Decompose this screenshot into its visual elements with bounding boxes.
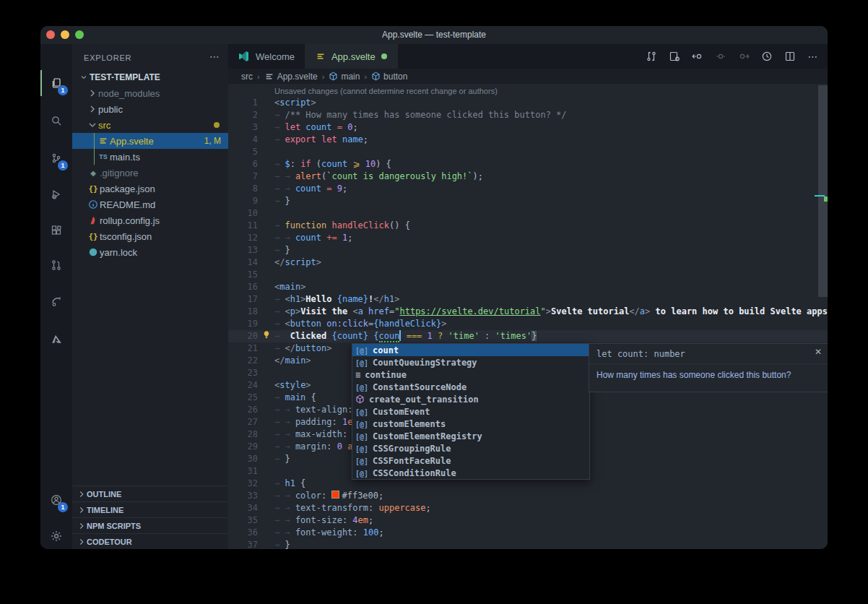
suggest-item-constantsourcenode[interactable]: [@] ConstantSourceNode [352,381,589,393]
breadcrumb-label: button [383,72,407,82]
suggest-item-customevent[interactable]: [@] CustomEvent [352,405,589,418]
code-line-20[interactable]: 20→ Clicked {count} {coun === 1 ? 'time'… [228,330,828,342]
suggest-item-continue[interactable]: ≡ continue [352,368,589,381]
breadcrumb-item-app-svelte[interactable]: App.svelte [264,72,318,82]
breadcrumb-item-main[interactable]: main [329,72,360,82]
code-line-33[interactable]: 33→→color: #ff3e00; [228,490,828,502]
code-line-5[interactable]: 5 [228,146,828,158]
tab-welcome[interactable]: Welcome [228,44,305,69]
code-line-6[interactable]: 6→$: if (count ⩾ 10) { [228,158,828,171]
activity-bar-settings-gear[interactable] [40,522,72,549]
suggest-item-customelements[interactable]: [@] customElements [352,418,589,430]
sidebar-panel-outline[interactable]: OUTLINE [72,486,228,501]
open-changes-icon[interactable] [666,48,683,65]
suggest-item-cssgroupingrule[interactable]: [@] CSSGroupingRule [352,442,589,454]
gitlens-compare-icon[interactable] [643,48,660,65]
code-line-37[interactable]: 37→} [228,539,828,549]
color-swatch[interactable] [331,491,339,499]
code-line-4[interactable]: 4→export let name; [228,134,828,146]
line-number: 33 [228,490,258,502]
split-editor-icon[interactable] [781,48,799,65]
tree-item--gitignore[interactable]: ◆.gitignore [72,165,228,181]
next-change-icon[interactable] [735,48,752,65]
breadcrumb-item-button[interactable]: button [371,72,407,82]
tree-item-app-svelte[interactable]: App.svelte1, M [72,133,228,149]
suggest-item-cssfontfacerule[interactable]: [@] CSSFontFaceRule [352,454,589,467]
suggest-item-customelementregistry[interactable]: [@] CustomElementRegistry [352,430,589,442]
current-change-icon[interactable] [712,48,729,65]
line-number: 37 [228,539,258,549]
code-line-13[interactable]: 13→} [228,244,828,256]
breadcrumb-separator: › [322,72,325,81]
chevron-right-icon [77,520,87,532]
tree-item-src[interactable]: src [72,117,228,133]
code-line-19[interactable]: 19→<button on:click={handleClick}> [228,318,828,330]
suggest-item-count[interactable]: [@] count [352,344,589,356]
tree-item-label: README.md [100,199,155,210]
tree-item-yarn-lock[interactable]: yarn.lock [72,244,228,260]
code-line-36[interactable]: 36→→font-weight: 100; [228,527,828,539]
project-root-row[interactable]: TEST-TEMPLATE [72,69,228,85]
activity-bar-run-debug[interactable] [40,180,72,209]
code-line-17[interactable]: 17→<h1>Hello {name}!</h1> [228,293,828,306]
code-line-1[interactable]: 1<script> [228,97,828,109]
tree-item-main-ts[interactable]: TSmain.ts [72,149,228,165]
editor-scrollbar[interactable] [818,85,828,297]
code-line-34[interactable]: 34→→text-transform: uppercase; [228,502,828,514]
line-content: →} [274,453,290,465]
more-actions-icon[interactable]: ⋯ [804,48,822,65]
tree-item-rollup-config-js[interactable]: rollup.config.js [72,212,228,228]
code-line-35[interactable]: 35→→font-size: 4em; [228,514,828,527]
code-line-7[interactable]: 7→→alert(`count is dangerously high!`); [228,171,828,183]
activity-bar-azure[interactable] [40,324,72,353]
line-number: 27 [228,416,258,428]
sidebar-panel-npm-scripts[interactable]: NPM SCRIPTS [72,517,228,533]
tree-item-label: main.ts [110,152,140,163]
activity-bar-search[interactable] [40,106,72,135]
tree-item-public[interactable]: public [72,101,228,117]
code-line-14[interactable]: 14</script> [228,256,828,269]
sidebar-panel-codetour[interactable]: CODETOUR [72,533,228,549]
tree-item-readme-md[interactable]: README.md [72,197,228,212]
activity-bar-explorer[interactable]: 1 [40,69,72,98]
code-line-2[interactable]: 2→/** How many times has someone clicked… [228,109,828,121]
line-number: 5 [228,146,258,158]
sidebar-panel-timeline[interactable]: TIMELINE [72,501,228,517]
code-line-16[interactable]: 16<main> [228,281,828,293]
activity-bar-extensions[interactable] [40,216,72,245]
code-line-8[interactable]: 8→→count = 9; [228,183,828,195]
file-history-icon[interactable] [758,48,776,65]
code-line-9[interactable]: 9→} [228,195,828,207]
tree-item-package-json[interactable]: {}package.json [72,181,228,197]
suggest-item-label: CountQueuingStrategy [373,358,477,368]
code-line-15[interactable]: 15 [228,269,828,281]
settings-gear-icon [50,530,63,543]
code-line-18[interactable]: 18→<p>Visit the <a href="https://svelte.… [228,306,828,318]
code-line-3[interactable]: 3→let count = 0; [228,121,828,134]
activity-bar-source-control[interactable]: 1 [40,144,72,173]
activity-bar: 111 [40,44,72,549]
breadcrumb-item-src[interactable]: src [241,72,253,82]
previous-change-icon[interactable] [689,48,706,65]
suggest-item-countqueuingstrategy[interactable]: [@] CountQueuingStrategy [352,356,589,368]
explorer-more-actions-icon[interactable]: ⋯ [209,44,220,69]
code-line-12[interactable]: 12→→count += 1; [228,232,828,244]
line-content: <main> [274,281,305,293]
suggest-item-create_out_transition[interactable]: create_out_transition [352,393,589,405]
activity-bar-live-share[interactable] [40,287,72,316]
gitlens-codelens[interactable]: Unsaved changes (cannot determine recent… [274,85,828,97]
line-number: 19 [228,318,258,330]
tree-item-tsconfig-json[interactable]: {}tsconfig.json [72,228,228,244]
tree-item-node-modules[interactable]: node_modules [72,85,228,101]
lightbulb-icon[interactable] [262,330,271,343]
activity-bar-account[interactable]: 1 [40,486,72,514]
tab-app-svelte[interactable]: App.svelte [305,44,398,69]
code-line-10[interactable]: 10 [228,207,828,220]
code-line-11[interactable]: 11→function handleClick() { [228,220,828,232]
suggest-item-cssconditionrule[interactable]: [@] CSSConditionRule [352,467,589,479]
activity-bar-github-pull-requests[interactable] [40,251,72,280]
line-content: →→font-weight: 100; [274,527,384,539]
svelte-file-icon [316,51,326,61]
chevron-right-icon [87,103,98,115]
close-icon[interactable]: ✕ [815,347,822,357]
